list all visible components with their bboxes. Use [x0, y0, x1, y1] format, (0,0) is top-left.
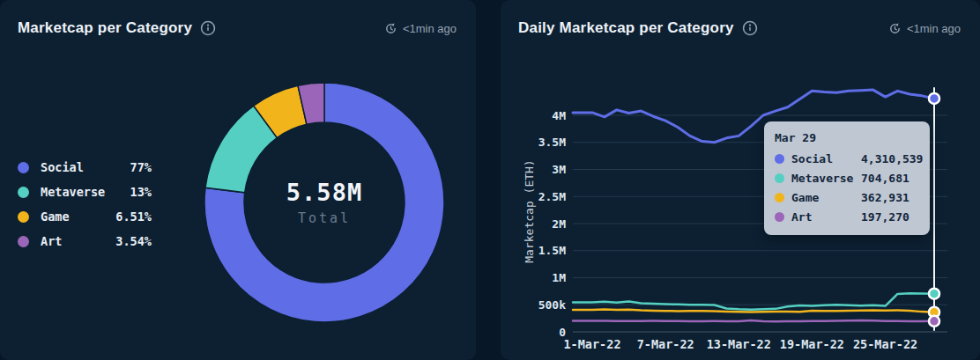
tooltip-value: 197,270: [861, 210, 919, 224]
legend-row[interactable]: Social 77%: [18, 155, 152, 180]
tooltip-label: Metaverse: [791, 172, 861, 185]
legend-value: 77%: [130, 160, 152, 174]
donut-chart-area: 5.58M Total: [204, 82, 445, 323]
marker-art[interactable]: [929, 316, 939, 327]
marker-metaverse[interactable]: [929, 289, 939, 299]
donut-chart[interactable]: [204, 82, 445, 323]
marketcap-per-category-card: Marketcap per Category <1min ago Social …: [0, 0, 476, 360]
legend-label: Game: [41, 209, 115, 224]
y-tick-label: 4M: [552, 109, 566, 122]
tooltip-dot-social: [775, 154, 784, 164]
legend-dot-social: [18, 162, 29, 173]
series-line-metaverse[interactable]: [573, 293, 934, 309]
legend-label: Art: [41, 234, 115, 248]
series-line-art[interactable]: [573, 320, 934, 321]
legend-row[interactable]: Metaverse 13%: [18, 180, 152, 204]
marker-social[interactable]: [929, 93, 939, 104]
tooltip-date: Mar 29: [775, 129, 919, 147]
y-tick-label: 2.5M: [538, 190, 566, 203]
legend-row[interactable]: Art 3.54%: [18, 229, 152, 253]
x-tick-label: 13-Mar-22: [707, 337, 771, 351]
tooltip-value: 362,931: [861, 191, 919, 204]
y-tick-label: 2M: [552, 217, 566, 231]
y-axis-title: Marketcap (ETH): [523, 159, 536, 262]
tooltip-row: Metaverse 704,681: [775, 168, 919, 187]
legend-dot-metaverse: [18, 187, 29, 198]
tooltip-label: Art: [791, 210, 861, 224]
tooltip-label: Social: [791, 152, 861, 165]
tooltip-value: 4,310,539: [861, 152, 923, 165]
x-tick-label: 1-Mar-22: [563, 337, 620, 351]
chart-tooltip: Mar 29 Social 4,310,539 Metaverse 704,68…: [764, 121, 930, 235]
x-tick-label: 19-Mar-22: [780, 337, 844, 351]
page-title: Marketcap per Category: [18, 19, 192, 37]
legend-row[interactable]: Game 6.51%: [18, 204, 152, 229]
tooltip-dot-metaverse: [775, 173, 784, 183]
x-tick-label: 25-Mar-22: [853, 337, 917, 351]
x-tick-label: 7-Mar-22: [637, 337, 694, 351]
tooltip-row: Social 4,310,539: [775, 149, 919, 168]
last-updated: <1min ago: [384, 22, 457, 35]
last-updated-text: <1min ago: [403, 22, 457, 35]
y-tick-label: 1.5M: [538, 244, 566, 257]
tooltip-label: Game: [791, 191, 861, 204]
tooltip-dot-game: [775, 193, 784, 202]
legend-dot-art: [18, 236, 29, 247]
legend-value: 13%: [130, 185, 152, 199]
legend-value: 6.51%: [115, 209, 152, 224]
y-tick-label: 3M: [552, 163, 566, 176]
card-header: Marketcap per Category <1min ago: [18, 19, 457, 37]
info-icon[interactable]: [200, 20, 216, 36]
tooltip-value: 704,681: [861, 172, 919, 185]
refresh-clock-icon: [384, 22, 397, 35]
tooltip-dot-art: [775, 212, 784, 222]
y-tick-label: 500k: [538, 298, 566, 312]
y-tick-label: 3.5M: [538, 136, 566, 149]
legend-label: Metaverse: [41, 185, 130, 199]
legend-dot-game: [18, 211, 29, 223]
y-tick-label: 1M: [552, 271, 566, 284]
tooltip-row: Art 197,270: [775, 207, 919, 226]
donut-legend: Social 77% Metaverse 13% Game 6.51% Art …: [18, 155, 152, 253]
tooltip-row: Game 362,931: [775, 187, 919, 207]
legend-label: Social: [41, 160, 130, 174]
daily-marketcap-per-category-card: Daily Marketcap per Category <1min ago 0…: [501, 0, 980, 360]
legend-value: 3.54%: [115, 234, 152, 248]
